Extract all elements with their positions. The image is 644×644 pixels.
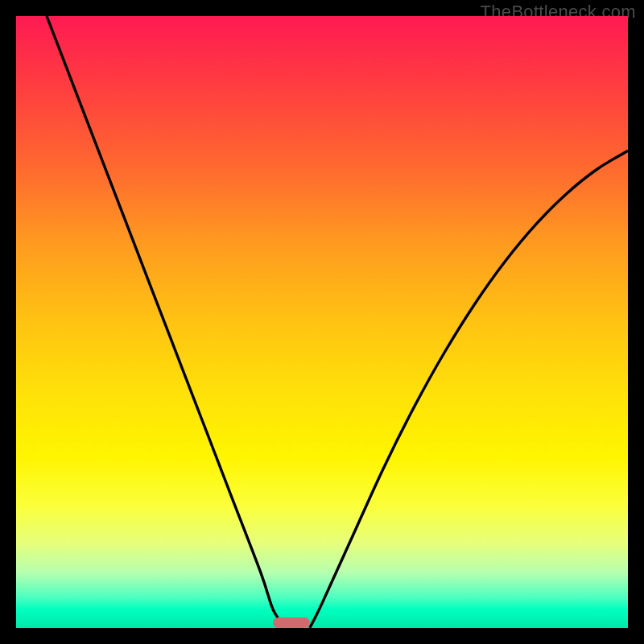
curves-svg [16,16,628,628]
right-curve [310,151,628,628]
chart-frame: TheBottleneck.com [0,0,644,644]
plot-area [16,16,628,628]
left-curve [47,16,285,628]
bottleneck-marker [273,617,310,628]
